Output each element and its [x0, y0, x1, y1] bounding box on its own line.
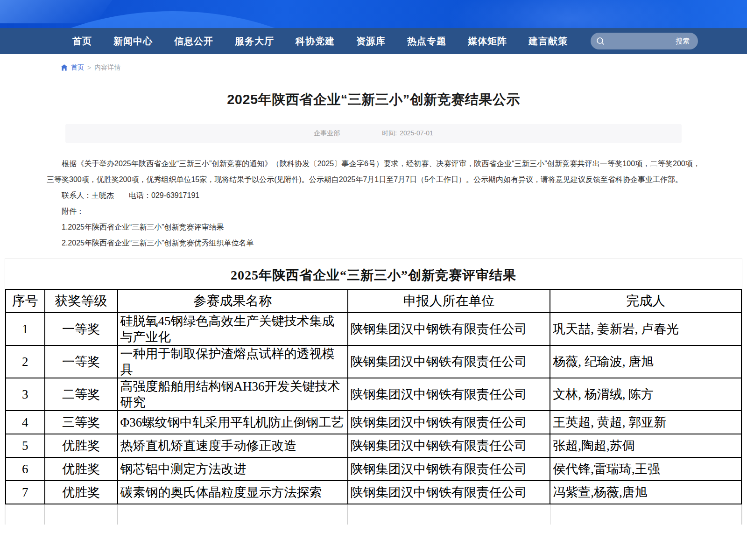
cell-achievement: 钢芯铝中测定方法改进 [118, 457, 348, 481]
contact-line: 联系人：王晓杰 电话：029-63917191 [47, 188, 700, 203]
results-table-body: 1一等奖硅脱氧45钢绿色高效生产关键技术集成与产业化陕钢集团汉中钢铁有限责任公司… [6, 313, 741, 525]
site-banner [0, 0, 747, 28]
nav-item-0[interactable]: 首页 [62, 35, 103, 48]
article-meta: 企事业部 时间: 2025-07-01 [65, 124, 682, 143]
table-row: 3二等奖高强度船舶用结构钢AH36开发关键技术研究陕钢集团汉中钢铁有限责任公司文… [6, 378, 741, 411]
cell-completers: 杨薇, 纪瑜波, 唐旭 [550, 345, 741, 378]
cell-no: 2 [6, 345, 45, 378]
cell-no: 4 [6, 411, 45, 434]
cell-completers: 巩天喆, 姜新岩, 卢春光 [550, 313, 741, 345]
search-box[interactable]: 搜索 [591, 33, 698, 49]
cell-organization: 陕钢集团汉中钢铁有限责任公司 [348, 481, 550, 504]
search-icon [596, 37, 605, 45]
cell-completers: 侯代锋,雷瑞琦,王强 [550, 457, 741, 481]
article-body: 根据《关于举办2025年陕西省企业“三新三小”创新竞赛的通知》（陕科协发〔202… [47, 156, 700, 251]
attachment-item-2: 2.2025年陕西省企业“三新三小”创新竞赛优秀组织单位名单 [47, 235, 700, 251]
cell-award: 优胜奖 [45, 434, 118, 457]
cell-award: 优胜奖 [45, 457, 118, 481]
cell-completers: 张超,陶超,苏倜 [550, 434, 741, 457]
table-row: 7优胜奖碳素钢的奥氏体晶粒度显示方法探索陕钢集团汉中钢铁有限责任公司冯紫萱,杨薇… [6, 481, 741, 504]
nav-item-7[interactable]: 媒体矩阵 [457, 35, 518, 48]
cell-no: 6 [6, 457, 45, 481]
cell-completers: 冯紫萱,杨薇,唐旭 [550, 481, 741, 504]
cell-achievement: Φ36螺纹钢中轧采用平轧机防止倒钢工艺 [118, 411, 348, 434]
cell-achievement: 硅脱氧45钢绿色高效生产关键技术集成与产业化 [118, 313, 348, 345]
results-table-title: 2025年陕西省企业“三新三小”创新竞赛评审结果 [5, 266, 742, 284]
article-paragraph: 根据《关于举办2025年陕西省企业“三新三小”创新竞赛的通知》（陕科协发〔202… [47, 156, 700, 188]
home-icon [61, 64, 68, 71]
header-completers: 完成人 [550, 289, 741, 313]
cell-organization: 陕钢集团汉中钢铁有限责任公司 [348, 457, 550, 481]
cell-organization: 陕钢集团汉中钢铁有限责任公司 [348, 411, 550, 434]
article-time-value: 2025-07-01 [400, 129, 433, 138]
cell-organization: 陕钢集团汉中钢铁有限责任公司 [348, 434, 550, 457]
table-row: 4三等奖Φ36螺纹钢中轧采用平轧机防止倒钢工艺陕钢集团汉中钢铁有限责任公司王英超… [6, 411, 741, 434]
cell-achievement: 高强度船舶用结构钢AH36开发关键技术研究 [118, 378, 348, 411]
cell-award: 一等奖 [45, 345, 118, 378]
cell-organization: 陕钢集团汉中钢铁有限责任公司 [348, 378, 550, 411]
header-organization: 申报人所在单位 [348, 289, 550, 313]
empty-cell [118, 504, 348, 525]
table-row: 2一等奖一种用于制取保护渣熔点试样的透视模具陕钢集团汉中钢铁有限责任公司杨薇, … [6, 345, 741, 378]
results-table: 序号 获奖等级 参赛成果名称 申报人所在单位 完成人 1一等奖硅脱氧45钢绿色高… [5, 289, 742, 525]
cell-achievement: 碳素钢的奥氏体晶粒度显示方法探索 [118, 481, 348, 504]
page-title: 2025年陕西省企业“三新三小”创新竞赛结果公示 [47, 91, 700, 109]
nav-item-8[interactable]: 建言献策 [518, 35, 578, 48]
cell-award: 三等奖 [45, 411, 118, 434]
attachment-label: 附件： [47, 203, 700, 219]
nav-item-2[interactable]: 信息公开 [163, 35, 224, 48]
table-row: 5优胜奖热矫直机矫直速度手动修正改造陕钢集团汉中钢铁有限责任公司张超,陶超,苏倜 [6, 434, 741, 457]
empty-cell [45, 504, 118, 525]
breadcrumb-separator: > [87, 64, 91, 71]
nav-item-6[interactable]: 热点专题 [396, 35, 457, 48]
empty-cell [6, 504, 45, 525]
nav-item-5[interactable]: 资源库 [345, 35, 396, 48]
empty-cell [550, 504, 741, 525]
cell-completers: 王英超, 黄超, 郭亚新 [550, 411, 741, 434]
nav-item-4[interactable]: 科协党建 [285, 35, 345, 48]
breadcrumb-home-link[interactable]: 首页 [71, 63, 84, 72]
table-header-row: 序号 获奖等级 参赛成果名称 申报人所在单位 完成人 [6, 289, 741, 313]
header-no: 序号 [6, 289, 45, 313]
banner-glow-decoration [448, 0, 691, 28]
cell-achievement: 一种用于制取保护渣熔点试样的透视模具 [118, 345, 348, 378]
table-row: 6优胜奖钢芯铝中测定方法改进陕钢集团汉中钢铁有限责任公司侯代锋,雷瑞琦,王强 [6, 457, 741, 481]
search-button[interactable]: 搜索 [676, 37, 692, 46]
main-nav: 首页新闻中心信息公开服务大厅科协党建资源库热点专题媒体矩阵建言献策 搜索 [0, 28, 747, 54]
search-input[interactable] [605, 37, 676, 45]
nav-item-3[interactable]: 服务大厅 [224, 35, 285, 48]
nav-item-1[interactable]: 新闻中心 [103, 35, 163, 48]
cell-award: 优胜奖 [45, 481, 118, 504]
header-award: 获奖等级 [45, 289, 118, 313]
breadcrumb: 首页 > 内容详情 [0, 54, 747, 75]
cell-no: 5 [6, 434, 45, 457]
article-time: 时间: 2025-07-01 [382, 129, 433, 138]
cell-no: 3 [6, 378, 45, 411]
header-achievement: 参赛成果名称 [118, 289, 348, 313]
cell-completers: 文林, 杨渭绒, 陈方 [550, 378, 741, 411]
cell-organization: 陕钢集团汉中钢铁有限责任公司 [348, 345, 550, 378]
cell-award: 二等奖 [45, 378, 118, 411]
article-time-label: 时间: [382, 129, 397, 138]
attachment-item-1: 1.2025年陕西省企业“三新三小”创新竞赛评审结果 [47, 219, 700, 235]
results-document: 2025年陕西省企业“三新三小”创新竞赛评审结果 序号 获奖等级 参赛成果名称 … [5, 259, 742, 525]
cell-no: 1 [6, 313, 45, 345]
empty-cell [348, 504, 550, 525]
article: 2025年陕西省企业“三新三小”创新竞赛结果公示 企事业部 时间: 2025-0… [47, 91, 700, 251]
table-row-partial [6, 504, 741, 525]
breadcrumb-current: 内容详情 [94, 63, 120, 72]
table-row: 1一等奖硅脱氧45钢绿色高效生产关键技术集成与产业化陕钢集团汉中钢铁有限责任公司… [6, 313, 741, 345]
cell-achievement: 热矫直机矫直速度手动修正改造 [118, 434, 348, 457]
article-source: 企事业部 [314, 129, 340, 138]
main-nav-items: 首页新闻中心信息公开服务大厅科协党建资源库热点专题媒体矩阵建言献策 [62, 35, 578, 48]
cell-organization: 陕钢集团汉中钢铁有限责任公司 [348, 313, 550, 345]
cell-award: 一等奖 [45, 313, 118, 345]
cell-no: 7 [6, 481, 45, 504]
